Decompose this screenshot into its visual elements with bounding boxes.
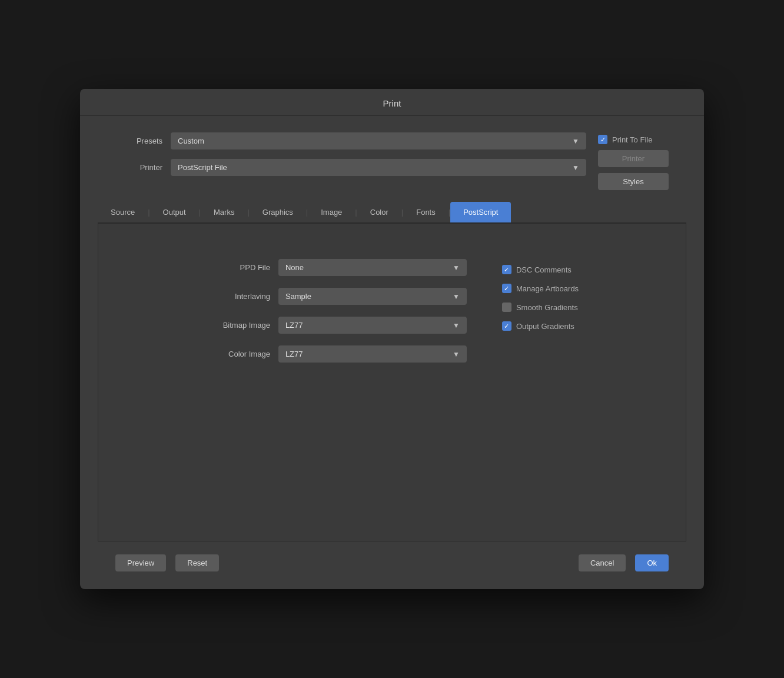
manage-artboards-checkbox[interactable]: ✓: [502, 284, 511, 293]
bitmap-image-row: Bitmap Image LZ77 None JPEG ZIP ▼: [205, 317, 467, 334]
printer-button[interactable]: Printer: [598, 150, 669, 167]
top-right-controls: ✓ Print To File Printer Styles: [598, 132, 669, 190]
tab-source[interactable]: Source: [98, 202, 148, 222]
manage-artboards-label: Manage Artboards: [516, 284, 579, 293]
tab-graphics[interactable]: Graphics: [250, 202, 306, 222]
presets-row: Presets Custom Default High Quality Pres…: [115, 132, 586, 149]
output-gradients-label: Output Gradients: [516, 322, 574, 331]
smooth-gradients-row: Smooth Gradients: [502, 303, 579, 312]
right-column: ✓ DSC Comments ✓ Manage Artboards Smooth…: [502, 259, 579, 331]
bitmap-image-select[interactable]: LZ77 None JPEG ZIP: [278, 317, 467, 334]
preview-button[interactable]: Preview: [115, 554, 166, 571]
print-to-file-row: ✓ Print To File: [598, 135, 669, 144]
tab-image[interactable]: Image: [308, 202, 355, 222]
printer-select-wrap: PostScript File Default Printer PDF ▼: [171, 159, 586, 176]
color-image-label: Color Image: [205, 350, 270, 358]
print-dialog: Print Presets Custom Default High Qualit…: [80, 89, 704, 589]
dialog-title: Print: [80, 89, 704, 116]
color-image-row: Color Image LZ77 None JPEG ZIP ▼: [205, 345, 467, 363]
tab-postscript[interactable]: PostScript: [450, 202, 511, 222]
color-image-select[interactable]: LZ77 None JPEG ZIP: [278, 345, 467, 363]
ppd-file-select[interactable]: None Generic Custom: [278, 259, 467, 276]
output-gradients-checkmark-icon: ✓: [504, 323, 509, 330]
presets-label: Presets: [115, 137, 162, 145]
content-grid: PPD File None Generic Custom ▼ Interlavi…: [122, 259, 662, 374]
color-image-select-wrap: LZ77 None JPEG ZIP ▼: [278, 345, 467, 363]
tab-fonts[interactable]: Fonts: [403, 202, 449, 222]
manage-artboards-row: ✓ Manage Artboards: [502, 284, 579, 293]
tabs-bar: Source | Output | Marks | Graphics | Ima…: [98, 202, 686, 224]
bitmap-image-label: Bitmap Image: [205, 321, 270, 330]
tab-color[interactable]: Color: [357, 202, 401, 222]
tab-output[interactable]: Output: [150, 202, 199, 222]
dsc-comments-label: DSC Comments: [516, 265, 572, 274]
dsc-comments-checkbox[interactable]: ✓: [502, 265, 511, 274]
interlaving-label: Interlaving: [205, 292, 270, 301]
interlaving-select-wrap: Sample Line Block ▼: [278, 288, 467, 305]
ppd-file-select-wrap: None Generic Custom ▼: [278, 259, 467, 276]
presets-select[interactable]: Custom Default High Quality Press Qualit…: [171, 132, 586, 149]
styles-button[interactable]: Styles: [598, 173, 669, 190]
presets-select-wrap: Custom Default High Quality Press Qualit…: [171, 132, 586, 149]
top-left-fields: Presets Custom Default High Quality Pres…: [115, 132, 586, 185]
reset-button[interactable]: Reset: [175, 554, 219, 571]
print-to-file-label: Print To File: [612, 135, 652, 144]
ok-button[interactable]: Ok: [635, 554, 669, 571]
top-section: Presets Custom Default High Quality Pres…: [80, 116, 704, 202]
dsc-comments-row: ✓ DSC Comments: [502, 265, 579, 274]
dsc-checkmark-icon: ✓: [504, 267, 509, 273]
ppd-file-label: PPD File: [205, 263, 270, 272]
output-gradients-row: ✓ Output Gradients: [502, 321, 579, 331]
printer-row: Printer PostScript File Default Printer …: [115, 159, 586, 176]
footer: Preview Reset Cancel Ok: [80, 541, 704, 571]
printer-select[interactable]: PostScript File Default Printer PDF: [171, 159, 586, 176]
interlaving-select[interactable]: Sample Line Block: [278, 288, 467, 305]
smooth-gradients-checkbox[interactable]: [502, 303, 511, 312]
output-gradients-checkbox[interactable]: ✓: [502, 321, 511, 331]
bitmap-image-select-wrap: LZ77 None JPEG ZIP ▼: [278, 317, 467, 334]
tab-marks[interactable]: Marks: [201, 202, 247, 222]
cancel-button[interactable]: Cancel: [579, 554, 626, 571]
content-area: PPD File None Generic Custom ▼ Interlavi…: [98, 224, 686, 541]
smooth-gradients-label: Smooth Gradients: [516, 303, 578, 312]
printer-label: Printer: [115, 163, 162, 172]
print-to-file-checkbox[interactable]: ✓: [598, 135, 607, 144]
left-column: PPD File None Generic Custom ▼ Interlavi…: [205, 259, 467, 374]
checkmark-icon: ✓: [600, 137, 606, 143]
interlaving-row: Interlaving Sample Line Block ▼: [205, 288, 467, 305]
title-text: Print: [383, 98, 401, 108]
manage-artboards-checkmark-icon: ✓: [504, 285, 509, 292]
ppd-file-row: PPD File None Generic Custom ▼: [205, 259, 467, 276]
